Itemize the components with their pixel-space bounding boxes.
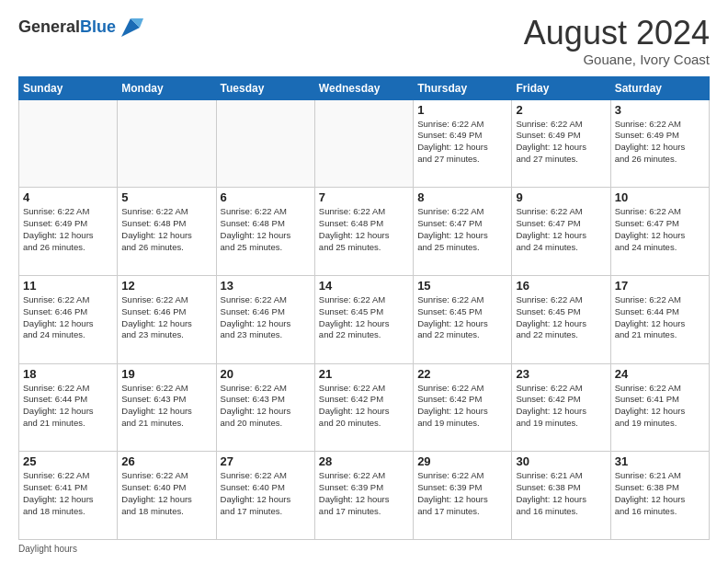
day-info: Sunrise: 6:22 AM Sunset: 6:48 PM Dayligh…: [121, 206, 211, 253]
day-info: Sunrise: 6:22 AM Sunset: 6:45 PM Dayligh…: [516, 294, 606, 341]
calendar-cell: 29Sunrise: 6:22 AM Sunset: 6:39 PM Dayli…: [414, 452, 512, 540]
calendar-week-0: 1Sunrise: 6:22 AM Sunset: 6:49 PM Daylig…: [19, 99, 710, 188]
calendar-cell: 16Sunrise: 6:22 AM Sunset: 6:45 PM Dayli…: [512, 275, 610, 363]
calendar-week-4: 25Sunrise: 6:22 AM Sunset: 6:41 PM Dayli…: [19, 452, 710, 540]
day-number: 24: [615, 367, 705, 381]
col-header-saturday: Saturday: [610, 76, 709, 99]
day-number: 30: [516, 454, 606, 468]
calendar-table: SundayMondayTuesdayWednesdayThursdayFrid…: [18, 76, 710, 540]
day-info: Sunrise: 6:22 AM Sunset: 6:42 PM Dayligh…: [319, 383, 409, 430]
footer-note: Daylight hours: [18, 544, 710, 554]
day-info: Sunrise: 6:22 AM Sunset: 6:45 PM Dayligh…: [319, 294, 409, 341]
calendar-cell: 18Sunrise: 6:22 AM Sunset: 6:44 PM Dayli…: [19, 363, 118, 452]
day-info: Sunrise: 6:22 AM Sunset: 6:45 PM Dayligh…: [417, 294, 507, 341]
day-number: 2: [516, 103, 606, 117]
day-info: Sunrise: 6:22 AM Sunset: 6:47 PM Dayligh…: [615, 206, 705, 253]
day-info: Sunrise: 6:22 AM Sunset: 6:47 PM Dayligh…: [516, 206, 606, 253]
day-info: Sunrise: 6:22 AM Sunset: 6:48 PM Dayligh…: [221, 206, 311, 253]
calendar-cell: [118, 99, 216, 188]
day-number: 10: [615, 190, 705, 204]
day-info: Sunrise: 6:22 AM Sunset: 6:39 PM Dayligh…: [417, 470, 507, 517]
day-number: 16: [516, 279, 606, 293]
calendar-cell: [216, 99, 314, 188]
logo: GeneralBlue: [18, 15, 143, 40]
day-info: Sunrise: 6:22 AM Sunset: 6:41 PM Dayligh…: [23, 470, 113, 517]
calendar-cell: 17Sunrise: 6:22 AM Sunset: 6:44 PM Dayli…: [610, 275, 709, 363]
day-number: 28: [319, 454, 409, 468]
day-info: Sunrise: 6:22 AM Sunset: 6:48 PM Dayligh…: [319, 206, 409, 253]
month-title: August 2024: [524, 15, 710, 52]
calendar-cell: 8Sunrise: 6:22 AM Sunset: 6:47 PM Daylig…: [414, 188, 512, 276]
calendar-cell: 26Sunrise: 6:22 AM Sunset: 6:40 PM Dayli…: [118, 452, 216, 540]
day-number: 7: [319, 190, 409, 204]
col-header-wednesday: Wednesday: [314, 76, 413, 99]
calendar-cell: 5Sunrise: 6:22 AM Sunset: 6:48 PM Daylig…: [118, 188, 216, 276]
calendar-week-1: 4Sunrise: 6:22 AM Sunset: 6:49 PM Daylig…: [19, 188, 710, 276]
day-number: 6: [221, 190, 311, 204]
calendar-cell: 10Sunrise: 6:22 AM Sunset: 6:47 PM Dayli…: [610, 188, 709, 276]
logo-text: GeneralBlue: [18, 18, 116, 37]
calendar-cell: [314, 99, 413, 188]
day-info: Sunrise: 6:22 AM Sunset: 6:46 PM Dayligh…: [23, 294, 113, 341]
day-number: 4: [23, 190, 113, 204]
calendar-cell: 11Sunrise: 6:22 AM Sunset: 6:46 PM Dayli…: [19, 275, 118, 363]
title-block: August 2024 Gouane, Ivory Coast: [524, 15, 710, 67]
day-info: Sunrise: 6:22 AM Sunset: 6:41 PM Dayligh…: [615, 383, 705, 430]
day-number: 9: [516, 190, 606, 204]
col-header-sunday: Sunday: [19, 76, 118, 99]
calendar-cell: 12Sunrise: 6:22 AM Sunset: 6:46 PM Dayli…: [118, 275, 216, 363]
day-number: 19: [121, 367, 211, 381]
page: GeneralBlue August 2024 Gouane, Ivory Co…: [0, 0, 728, 563]
calendar-cell: 24Sunrise: 6:22 AM Sunset: 6:41 PM Dayli…: [610, 363, 709, 452]
day-number: 17: [615, 279, 705, 293]
day-number: 11: [23, 279, 113, 293]
day-info: Sunrise: 6:22 AM Sunset: 6:49 PM Dayligh…: [615, 119, 705, 166]
calendar-cell: 19Sunrise: 6:22 AM Sunset: 6:43 PM Dayli…: [118, 363, 216, 452]
day-number: 21: [319, 367, 409, 381]
day-info: Sunrise: 6:22 AM Sunset: 6:49 PM Dayligh…: [516, 119, 606, 166]
day-info: Sunrise: 6:22 AM Sunset: 6:46 PM Dayligh…: [121, 294, 211, 341]
day-info: Sunrise: 6:22 AM Sunset: 6:40 PM Dayligh…: [221, 470, 311, 517]
logo-general: General: [18, 17, 80, 36]
day-number: 5: [121, 190, 211, 204]
col-header-thursday: Thursday: [414, 76, 512, 99]
calendar-cell: 21Sunrise: 6:22 AM Sunset: 6:42 PM Dayli…: [314, 363, 413, 452]
calendar-cell: 20Sunrise: 6:22 AM Sunset: 6:43 PM Dayli…: [216, 363, 314, 452]
calendar-cell: 6Sunrise: 6:22 AM Sunset: 6:48 PM Daylig…: [216, 188, 314, 276]
day-info: Sunrise: 6:22 AM Sunset: 6:39 PM Dayligh…: [319, 470, 409, 517]
calendar-cell: [19, 99, 118, 188]
day-number: 31: [615, 454, 705, 468]
day-number: 27: [221, 454, 311, 468]
col-header-monday: Monday: [118, 76, 216, 99]
day-number: 22: [417, 367, 507, 381]
day-info: Sunrise: 6:21 AM Sunset: 6:38 PM Dayligh…: [615, 470, 705, 517]
day-number: 1: [417, 103, 507, 117]
calendar-cell: 27Sunrise: 6:22 AM Sunset: 6:40 PM Dayli…: [216, 452, 314, 540]
calendar-cell: 23Sunrise: 6:22 AM Sunset: 6:42 PM Dayli…: [512, 363, 610, 452]
calendar-week-2: 11Sunrise: 6:22 AM Sunset: 6:46 PM Dayli…: [19, 275, 710, 363]
day-info: Sunrise: 6:22 AM Sunset: 6:42 PM Dayligh…: [516, 383, 606, 430]
calendar-cell: 1Sunrise: 6:22 AM Sunset: 6:49 PM Daylig…: [414, 99, 512, 188]
col-header-tuesday: Tuesday: [216, 76, 314, 99]
day-info: Sunrise: 6:22 AM Sunset: 6:44 PM Dayligh…: [23, 383, 113, 430]
day-number: 12: [121, 279, 211, 293]
calendar-week-3: 18Sunrise: 6:22 AM Sunset: 6:44 PM Dayli…: [19, 363, 710, 452]
day-number: 25: [23, 454, 113, 468]
calendar-cell: 15Sunrise: 6:22 AM Sunset: 6:45 PM Dayli…: [414, 275, 512, 363]
calendar-header-row: SundayMondayTuesdayWednesdayThursdayFrid…: [19, 76, 710, 99]
day-info: Sunrise: 6:22 AM Sunset: 6:44 PM Dayligh…: [615, 294, 705, 341]
calendar-cell: 25Sunrise: 6:22 AM Sunset: 6:41 PM Dayli…: [19, 452, 118, 540]
day-number: 23: [516, 367, 606, 381]
day-info: Sunrise: 6:22 AM Sunset: 6:47 PM Dayligh…: [417, 206, 507, 253]
calendar-cell: 3Sunrise: 6:22 AM Sunset: 6:49 PM Daylig…: [610, 99, 709, 188]
header: GeneralBlue August 2024 Gouane, Ivory Co…: [18, 15, 710, 67]
day-info: Sunrise: 6:22 AM Sunset: 6:43 PM Dayligh…: [221, 383, 311, 430]
calendar-cell: 9Sunrise: 6:22 AM Sunset: 6:47 PM Daylig…: [512, 188, 610, 276]
day-number: 29: [417, 454, 507, 468]
col-header-friday: Friday: [512, 76, 610, 99]
day-number: 8: [417, 190, 507, 204]
calendar-cell: 30Sunrise: 6:21 AM Sunset: 6:38 PM Dayli…: [512, 452, 610, 540]
day-info: Sunrise: 6:22 AM Sunset: 6:42 PM Dayligh…: [417, 383, 507, 430]
calendar-cell: 28Sunrise: 6:22 AM Sunset: 6:39 PM Dayli…: [314, 452, 413, 540]
day-number: 18: [23, 367, 113, 381]
